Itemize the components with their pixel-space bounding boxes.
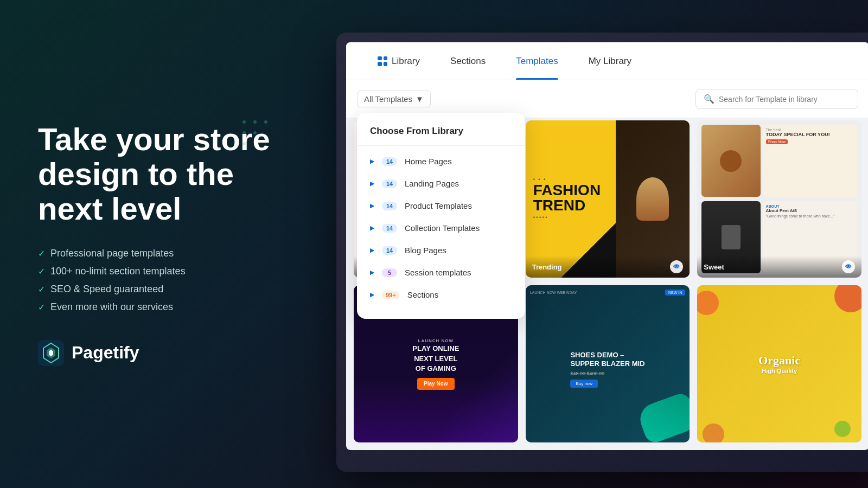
right-panel: Library Sections Templates My Library Al… xyxy=(336,0,868,488)
laptop-screen: Library Sections Templates My Library Al… xyxy=(346,42,868,450)
organic-preview: Organic High Quality xyxy=(697,285,861,442)
preview-eye-icon[interactable]: 👁 xyxy=(842,260,855,273)
arrow-icon: ▶ xyxy=(370,202,374,209)
product-templates-badge: 14 xyxy=(382,202,397,210)
template-card-sweet[interactable]: The best! TODAY SPECIAL FOR YOU! Shop No… xyxy=(697,120,861,278)
collection-templates-badge: 14 xyxy=(382,224,397,233)
arrow-icon: ▶ xyxy=(370,224,374,232)
dropdown-item-blog-pages[interactable]: ▶ 14 Blog Pages xyxy=(357,239,525,261)
chevron-down-icon: ▼ xyxy=(416,94,424,104)
shoes-preview: LAUNCH NOW WEBINDAY NEW IN SHOES DEMO –S… xyxy=(526,285,690,442)
dropdown-item-collection-templates[interactable]: ▶ 14 Collection Templates xyxy=(357,217,525,239)
app-nav: Library Sections Templates My Library xyxy=(346,42,868,80)
home-pages-label: Home Pages xyxy=(405,157,452,166)
dropdown-item-product-templates[interactable]: ▶ 14 Product Templates xyxy=(357,195,525,217)
dropdown-panel: Choose From Library ▶ 14 Home Pages ▶ 14… xyxy=(357,113,525,319)
left-panel: Take your store design to the next level… xyxy=(0,89,336,398)
check-icon: ✓ xyxy=(38,302,45,312)
feature-label: 100+ no-limit section templates xyxy=(50,266,186,277)
nav-sections-label: Sections xyxy=(450,56,486,67)
feature-label: Even more with our services xyxy=(50,301,173,313)
dropdown-item-session-templates[interactable]: ▶ 5 Session templates xyxy=(357,261,525,284)
search-box[interactable]: 🔍 xyxy=(695,89,858,109)
brand: Pagetify xyxy=(38,340,304,366)
search-input[interactable] xyxy=(719,95,850,104)
feature-item: ✓ Even more with our services xyxy=(38,301,304,313)
home-pages-badge: 14 xyxy=(382,157,397,166)
sections-badge: 99+ xyxy=(382,291,400,299)
nav-templates-label: Templates xyxy=(516,56,558,67)
all-templates-dropdown[interactable]: All Templates ▼ xyxy=(357,91,431,107)
feature-item: ✓ Professional page templates xyxy=(38,248,304,259)
arrow-icon: ▶ xyxy=(370,158,374,165)
feature-item: ✓ 100+ no-limit section templates xyxy=(38,266,304,277)
card-label-fashion: Trending 👁 xyxy=(526,256,690,278)
svg-point-3 xyxy=(242,131,246,134)
nav-my-library-label: My Library xyxy=(589,56,631,67)
arrow-icon: ▶ xyxy=(370,269,374,276)
blog-pages-label: Blog Pages xyxy=(405,246,446,255)
landing-pages-badge: 14 xyxy=(382,179,397,188)
dropdown-item-sections[interactable]: ▶ 99+ Sections xyxy=(357,284,525,306)
check-icon: ✓ xyxy=(38,266,45,277)
sweet-label: Sweet xyxy=(704,263,724,271)
card-label-sweet: Sweet 👁 xyxy=(697,256,861,278)
arrow-icon: ▶ xyxy=(370,247,374,254)
collection-templates-label: Collection Templates xyxy=(405,223,480,233)
dropdown-title: Choose From Library xyxy=(357,126,525,146)
feature-label: SEO & Speed guaranteed xyxy=(50,284,163,295)
check-icon: ✓ xyxy=(38,284,45,294)
trending-label: Trending xyxy=(532,263,562,271)
grid-icon xyxy=(378,56,387,66)
search-icon: 🔍 xyxy=(704,94,714,104)
fashion-preview: • • • FASHIONTREND • • • • • xyxy=(526,120,690,278)
svg-point-5 xyxy=(242,142,246,145)
svg-point-2 xyxy=(264,120,267,124)
svg-point-4 xyxy=(253,131,257,134)
filter-label: All Templates xyxy=(364,94,412,104)
template-card-fashion[interactable]: • • • FASHIONTREND • • • • • Trending 👁 xyxy=(526,120,690,278)
sections-label: Sections xyxy=(407,290,439,299)
template-card-shoes[interactable]: LAUNCH NOW WEBINDAY NEW IN SHOES DEMO –S… xyxy=(526,285,690,442)
session-templates-badge: 5 xyxy=(382,268,397,277)
dropdown-item-home-pages[interactable]: ▶ 14 Home Pages xyxy=(357,150,525,172)
feature-label: Professional page templates xyxy=(50,248,174,259)
landing-pages-label: Landing Pages xyxy=(405,179,459,188)
nav-library-label: Library xyxy=(392,56,420,67)
nav-templates-item[interactable]: Templates xyxy=(501,42,573,80)
blog-pages-badge: 14 xyxy=(382,246,397,255)
nav-sections-item[interactable]: Sections xyxy=(435,42,501,80)
pagetify-logo xyxy=(38,340,64,366)
features-list: ✓ Professional page templates ✓ 100+ no-… xyxy=(38,248,304,313)
nav-library-item[interactable]: Library xyxy=(362,42,435,80)
nav-my-library-item[interactable]: My Library xyxy=(573,42,647,80)
product-templates-label: Product Templates xyxy=(405,201,472,210)
deco-dots xyxy=(239,117,282,160)
laptop-outer: Library Sections Templates My Library Al… xyxy=(336,33,868,472)
dropdown-item-landing-pages[interactable]: ▶ 14 Landing Pages xyxy=(357,172,525,195)
template-card-organic[interactable]: Organic High Quality xyxy=(697,285,861,442)
svg-point-1 xyxy=(253,120,257,124)
feature-item: ✓ SEO & Speed guaranteed xyxy=(38,284,304,295)
svg-point-0 xyxy=(242,120,246,124)
preview-eye-icon[interactable]: 👁 xyxy=(670,260,683,273)
session-templates-label: Session templates xyxy=(405,268,471,277)
check-icon: ✓ xyxy=(38,248,45,259)
arrow-icon: ▶ xyxy=(370,180,374,187)
app-content: All Templates ▼ 🔍 HAPPY xyxy=(346,80,868,450)
arrow-icon: ▶ xyxy=(370,291,374,298)
brand-name: Pagetify xyxy=(72,343,139,363)
